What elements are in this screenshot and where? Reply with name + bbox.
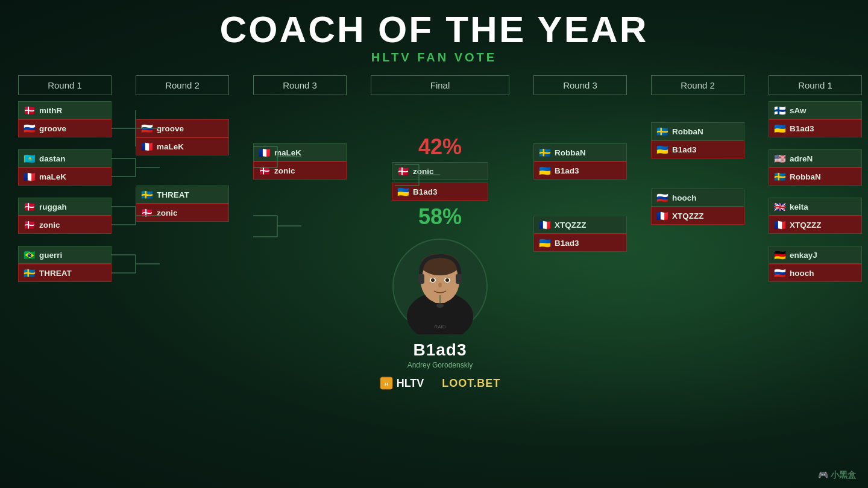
header-round2-left: Round 2	[136, 75, 229, 95]
finalist-zonic: 🇩🇰zonic	[392, 162, 488, 180]
svg-rect-11	[456, 274, 462, 284]
gap-r3-r2	[627, 101, 651, 390]
header-round3-left: Round 3	[253, 75, 347, 95]
page-subtitle: HLTV FAN VOTE	[371, 51, 497, 64]
entry-keita: 🇬🇧keita	[769, 198, 862, 216]
gap-final-r3	[509, 101, 533, 390]
entry-b1ad3-r3b: 🇺🇦B1ad3	[533, 234, 627, 252]
main-content: COACH OF THE YEAR HLTV FAN VOTE Round 1 …	[0, 0, 868, 488]
svg-text:RAID: RAID	[434, 324, 445, 330]
gap-l2-l3	[229, 101, 253, 390]
gap-r2-r1	[744, 101, 769, 390]
entry-robban-r3: 🇸🇪RobbaN	[533, 143, 627, 161]
svg-text:H: H	[385, 381, 388, 387]
col-r3-right: 🇸🇪RobbaN 🇺🇦B1ad3 🇫🇷XTQZZZ 🇺🇦B1ad3	[533, 101, 627, 390]
hltv-logo: H HLTV	[380, 377, 424, 390]
col-r2-right: 🇸🇪RobbaN 🇺🇦B1ad3 🇷🇺hooch 🇫🇷XTQZZZ	[651, 101, 744, 390]
entry-enkayj: 🇩🇪enkayJ	[769, 246, 862, 264]
finalist-b1ad3: 🇺🇦B1ad3	[392, 183, 488, 201]
main-bracket: 🇩🇰mithR 🇷🇺groove 🇰🇿dastan 🇫🇷maLeK 🇩🇰rugg…	[18, 101, 850, 390]
svg-point-8	[445, 278, 449, 282]
entry-b1ad3-r3a: 🇺🇦B1ad3	[533, 161, 627, 180]
entry-malek-l1: 🇫🇷maLeK	[18, 167, 112, 186]
headers-row: Round 1 Round 2 Round 3 Final Round 3 Ro…	[18, 75, 850, 95]
entry-groove-l1: 🇷🇺groove	[18, 119, 112, 137]
winner-avatar-container: RAID	[386, 232, 494, 340]
col-r2-left: 🇷🇺groove 🇫🇷maLeK 🇸🇪THREAT 🇩🇰zonic	[136, 101, 229, 390]
entry-threat-l2: 🇸🇪THREAT	[136, 186, 229, 204]
bracket-wrapper: 🇩🇰mithR 🇷🇺groove 🇰🇿dastan 🇫🇷maLeK 🇩🇰rugg…	[18, 101, 850, 390]
entry-threat-l1: 🇸🇪THREAT	[18, 264, 112, 282]
entry-guerri: 🇧🇷guerri	[18, 246, 112, 264]
entry-xtqzzz-r2: 🇫🇷XTQZZZ	[651, 207, 744, 225]
header-final: Final	[371, 75, 509, 95]
entry-adren: 🇺🇸adreN	[769, 149, 862, 167]
hltv-text: HLTV	[397, 377, 424, 390]
entry-zonic-l3: 🇩🇰zonic	[253, 161, 347, 180]
entry-zonic-l2: 🇩🇰zonic	[136, 204, 229, 222]
header-round1-right: Round 1	[769, 75, 862, 95]
svg-point-7	[431, 278, 435, 282]
pct-bottom: 58%	[418, 204, 462, 230]
entry-malek-l3: 🇫🇷maLeK	[253, 143, 347, 161]
watermark: 🎮 小黑盒	[818, 470, 856, 481]
entry-hooch-r1: 🇷🇺hooch	[769, 264, 862, 282]
entry-ruggah: 🇩🇰ruggah	[18, 198, 112, 216]
entry-robban-r2: 🇸🇪RobbaN	[651, 122, 744, 140]
logos-row: H HLTV LOOT.BET	[380, 377, 501, 390]
col-final: 42% 🇩🇰zonic 🇺🇦B1ad3 58%	[371, 101, 509, 390]
winner-avatar-svg: RAID	[392, 238, 488, 334]
entry-zonic-l1: 🇩🇰zonic	[18, 216, 112, 234]
svg-rect-10	[418, 274, 424, 284]
entry-dastan: 🇰🇿dastan	[18, 149, 112, 167]
col-r1-right: 🇫🇮sAw 🇺🇦B1ad3 🇺🇸adreN 🇸🇪RobbaN 🇬🇧keita 🇫…	[769, 101, 862, 390]
winner-fullname: Andrey Gorodenskiy	[407, 361, 473, 369]
entry-mithR: 🇩🇰mithR	[18, 101, 112, 119]
col-r1-left: 🇩🇰mithR 🇷🇺groove 🇰🇿dastan 🇫🇷maLeK 🇩🇰rugg…	[18, 101, 112, 390]
entry-b1ad3-r2a: 🇺🇦B1ad3	[651, 140, 744, 158]
entry-malek-l2: 🇫🇷maLeK	[136, 137, 229, 155]
header-round1-left: Round 1	[18, 75, 112, 95]
winner-name: B1ad3	[413, 340, 467, 360]
entry-robban-r1: 🇸🇪RobbaN	[769, 167, 862, 186]
hltv-icon: H	[380, 377, 393, 390]
gap-l3-final	[347, 101, 371, 390]
gap-l1-l2	[112, 101, 136, 390]
header-round3-right: Round 3	[533, 75, 627, 95]
entry-hooch-r2: 🇷🇺hooch	[651, 189, 744, 207]
page-title: COACH OF THE YEAR	[219, 11, 648, 48]
lootbet-logo: LOOT.BET	[442, 377, 500, 390]
entry-saw: 🇫🇮sAw	[769, 101, 862, 119]
pct-top: 42%	[418, 134, 462, 160]
svg-point-13	[436, 303, 444, 308]
svg-point-9	[438, 283, 442, 287]
header-round2-right: Round 2	[651, 75, 744, 95]
col-r3-left: 🇫🇷maLeK 🇩🇰zonic	[253, 101, 347, 390]
entry-xtqzzz-r3: 🇫🇷XTQZZZ	[533, 216, 627, 234]
entry-xtqzzz-r1: 🇫🇷XTQZZZ	[769, 216, 862, 234]
entry-groove-l2: 🇷🇺groove	[136, 119, 229, 137]
entry-b1ad3-r1: 🇺🇦B1ad3	[769, 119, 862, 137]
